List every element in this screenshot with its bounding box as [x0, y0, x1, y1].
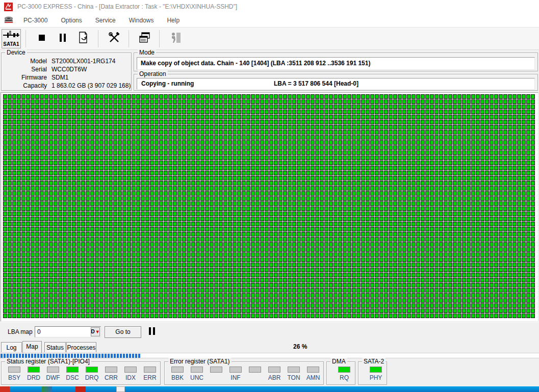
tab-map[interactable]: Map	[22, 341, 42, 353]
map-cell	[150, 237, 154, 242]
map-cell	[210, 232, 214, 237]
map-cell	[333, 125, 338, 129]
menu-item-windows[interactable]: Windows	[124, 15, 159, 26]
sata1-port-button[interactable]: SATA1	[2, 29, 21, 48]
map-cell	[196, 232, 200, 237]
map-cell	[274, 308, 278, 313]
pause-button[interactable]	[53, 29, 72, 48]
map-cell	[425, 120, 429, 124]
map-cell	[324, 206, 328, 211]
tab-status[interactable]: Status	[44, 342, 66, 352]
map-cell	[416, 110, 420, 114]
map-cell	[389, 303, 393, 308]
map-cell	[205, 252, 209, 257]
map-cell	[292, 308, 296, 313]
map-cell	[343, 140, 347, 145]
utilities-button[interactable]	[105, 29, 124, 48]
map-cell	[86, 135, 90, 140]
map-cell	[233, 268, 237, 272]
tab-log[interactable]: Log	[1, 342, 22, 352]
map-cell	[297, 303, 301, 308]
sector-map-panel[interactable]	[1, 92, 538, 322]
map-cell	[58, 206, 62, 211]
map-cell	[343, 263, 347, 267]
map-cell	[416, 313, 420, 318]
map-cell	[444, 176, 448, 180]
map-cell	[122, 104, 126, 109]
menu-item-help[interactable]: Help	[162, 15, 185, 26]
map-cell	[375, 140, 379, 145]
map-cell	[54, 293, 58, 298]
map-cell	[480, 268, 484, 272]
map-cell	[333, 217, 338, 221]
map-cell	[494, 278, 498, 282]
map-cell	[485, 94, 489, 99]
goto-button[interactable]: Go to	[105, 326, 141, 338]
menu-item-service[interactable]: Service	[90, 15, 121, 26]
map-cell	[517, 313, 521, 318]
map-cell	[306, 104, 310, 109]
map-cell	[439, 298, 443, 303]
menu-item-pc3000[interactable]: PC-3000	[18, 15, 53, 26]
taskbar-icon-document[interactable]	[116, 386, 125, 392]
taskbar-icon-red[interactable]	[0, 386, 10, 392]
map-cell	[164, 268, 168, 272]
map-cell	[453, 115, 457, 119]
lba-dropdown-button[interactable]: D▼	[91, 327, 100, 336]
map-cell	[517, 120, 521, 124]
map-cell	[159, 166, 163, 170]
map-cell	[402, 94, 406, 99]
map-cell	[288, 212, 292, 216]
map-cell	[448, 135, 452, 140]
copy-data-button[interactable]	[74, 29, 93, 48]
map-cell	[499, 150, 503, 155]
map-cell	[164, 191, 168, 196]
map-cell	[76, 196, 81, 201]
map-cell	[320, 104, 324, 109]
map-cell	[86, 140, 90, 145]
map-cell	[17, 176, 21, 180]
map-cell	[412, 308, 416, 313]
map-cell	[370, 130, 374, 135]
taskbar-icon-green[interactable]	[42, 386, 52, 392]
map-cell	[54, 257, 58, 262]
map-cell	[462, 196, 466, 201]
map-cell	[522, 99, 526, 104]
map-cell	[508, 166, 512, 170]
map-cell	[187, 278, 191, 282]
map-cell	[3, 196, 7, 201]
map-cell	[260, 155, 264, 160]
tab-processes[interactable]: Processes	[66, 342, 96, 352]
exit-task-button[interactable]	[166, 29, 185, 48]
map-cell	[311, 125, 315, 129]
map-cell	[196, 145, 200, 150]
map-cell	[347, 176, 351, 180]
map-cell	[512, 161, 517, 165]
map-pause-icon[interactable]	[149, 327, 157, 335]
map-cell	[182, 166, 186, 170]
map-cell	[63, 110, 67, 114]
taskbar-icon-crimson[interactable]	[75, 386, 86, 392]
menu-item-options[interactable]: Options	[56, 15, 87, 26]
map-cell	[269, 257, 273, 262]
map-cell	[67, 110, 71, 114]
map-cell	[35, 237, 39, 242]
map-cell	[210, 298, 214, 303]
map-cell	[402, 120, 406, 124]
map-cell	[182, 145, 186, 150]
map-cell	[375, 181, 379, 186]
map-cell	[315, 201, 319, 206]
map-cell	[490, 161, 494, 165]
map-cell	[453, 283, 457, 288]
map-cell	[113, 201, 117, 206]
map-cell	[531, 308, 535, 313]
map-cell	[430, 206, 434, 211]
map-cell	[49, 278, 53, 282]
map-cell	[320, 242, 324, 247]
windows-cascade-button[interactable]	[135, 29, 155, 48]
map-cell	[448, 201, 452, 206]
map-cell	[421, 227, 425, 231]
map-cell	[223, 222, 227, 226]
map-cell	[210, 293, 214, 298]
stop-button[interactable]	[32, 29, 52, 48]
